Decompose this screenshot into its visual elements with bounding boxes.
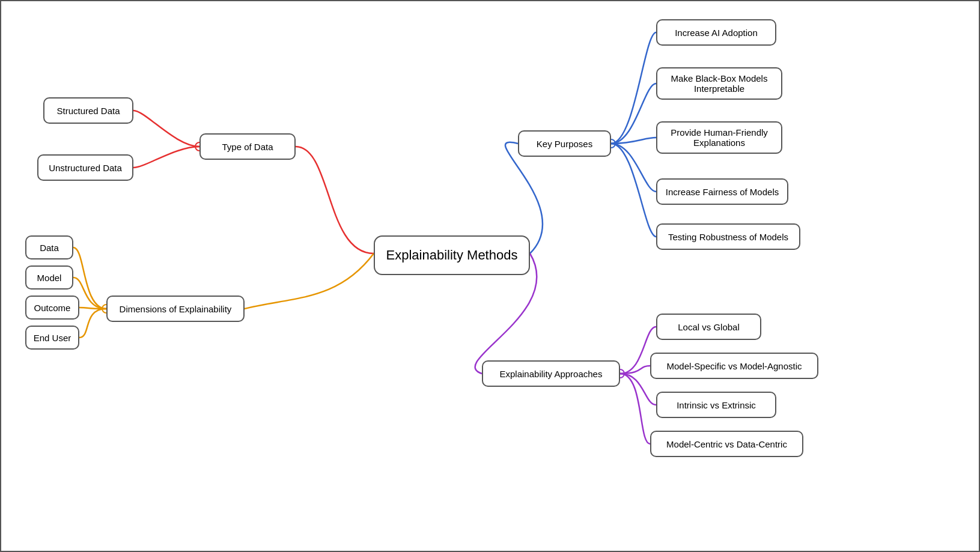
- dimensions-node: Dimensions of Explainability: [106, 296, 245, 322]
- app3-node: Intrinsic vs Extrinsic: [656, 392, 776, 418]
- mindmap-container: Explainability Methods Type of Data Stru…: [0, 0, 980, 552]
- app4-node: Model-Centric vs Data-Centric: [650, 431, 803, 457]
- app2-node: Model-Specific vs Model-Agnostic: [650, 353, 818, 379]
- type-of-data-node: Type of Data: [199, 133, 296, 160]
- center-node: Explainability Methods: [374, 235, 530, 275]
- purpose2-node: Make Black-Box ModelsInterpretable: [656, 67, 782, 100]
- unstructured-data-node: Unstructured Data: [37, 154, 133, 181]
- structured-data-node: Structured Data: [43, 97, 133, 124]
- dim-model-node: Model: [25, 265, 73, 290]
- app1-node: Local vs Global: [656, 314, 761, 340]
- purpose5-node: Testing Robustness of Models: [656, 223, 800, 250]
- key-purposes-node: Key Purposes: [518, 130, 611, 157]
- approaches-node: Explainability Approaches: [482, 360, 620, 387]
- purpose3-node: Provide Human-FriendlyExplanations: [656, 121, 782, 154]
- purpose4-node: Increase Fairness of Models: [656, 178, 788, 205]
- dim-data-node: Data: [25, 235, 73, 259]
- dim-enduser-node: End User: [25, 326, 79, 350]
- dim-outcome-node: Outcome: [25, 296, 79, 320]
- purpose1-node: Increase AI Adoption: [656, 19, 776, 46]
